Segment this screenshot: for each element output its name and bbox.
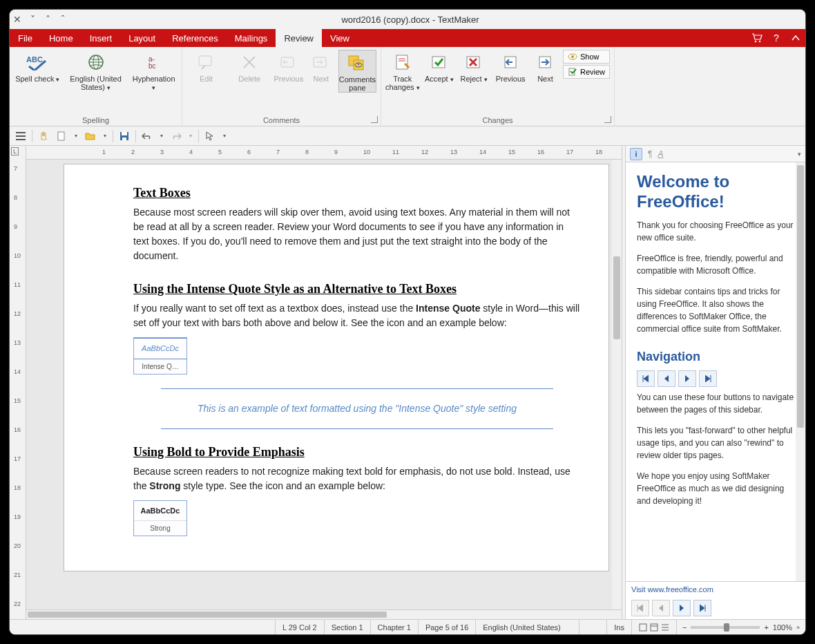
titlebar: ✕ ˅ ˄ ˆ word2016 (copy).docx - TextMaker bbox=[10, 10, 805, 29]
reject-button[interactable]: Reject ▾ bbox=[459, 50, 489, 83]
accept-button[interactable]: Accept ▾ bbox=[424, 50, 454, 83]
sidebar-tabs: i ¶ A ▾ bbox=[626, 146, 805, 162]
menu-insert[interactable]: Insert bbox=[82, 29, 121, 47]
sidebar-vscrollbar[interactable] bbox=[796, 162, 805, 581]
save-icon[interactable] bbox=[117, 129, 131, 143]
ribbon-group-comments: Edit Delete Previous Next Comments pane … bbox=[182, 47, 381, 126]
status-position[interactable]: L 29 Col 2 bbox=[276, 620, 325, 634]
hamburger-icon[interactable] bbox=[14, 129, 28, 143]
zoom-control[interactable]: − + 100% » bbox=[677, 623, 805, 632]
change-next-button[interactable]: Next bbox=[532, 50, 559, 83]
view-mode-icons[interactable] bbox=[632, 620, 677, 634]
menu-references[interactable]: References bbox=[164, 29, 226, 47]
char-tab-icon[interactable]: A bbox=[658, 149, 663, 159]
nav-last-icon[interactable] bbox=[693, 600, 711, 616]
comment-edit-button[interactable]: Edit bbox=[186, 50, 226, 83]
nav-next-icon[interactable] bbox=[673, 600, 691, 616]
doc-vscrollbar[interactable] bbox=[612, 160, 622, 609]
status-section[interactable]: Section 1 bbox=[325, 620, 371, 634]
track-changes-button[interactable]: Track changes ▾ bbox=[385, 50, 420, 91]
group-launcher-icon[interactable] bbox=[604, 116, 611, 123]
zoom-slider[interactable] bbox=[691, 626, 760, 629]
group-launcher-icon[interactable] bbox=[371, 116, 378, 123]
paragraph-tab-icon[interactable]: ¶ bbox=[648, 149, 652, 159]
new-doc-icon[interactable] bbox=[55, 129, 68, 143]
help-icon[interactable]: ? bbox=[767, 29, 786, 47]
comment-delete-button[interactable]: Delete bbox=[230, 50, 269, 83]
view-outline-icon[interactable] bbox=[661, 623, 669, 632]
accept-icon bbox=[428, 53, 450, 72]
document-area[interactable]: Text Boxes Because most screen readers w… bbox=[26, 160, 622, 609]
show-changes-button[interactable]: Show bbox=[563, 50, 610, 64]
svg-point-0 bbox=[755, 41, 756, 42]
spell-check-button[interactable]: ABC Spell check ▾ bbox=[14, 50, 61, 83]
comment-next-button[interactable]: Next bbox=[308, 50, 334, 83]
svg-text:bc: bc bbox=[148, 62, 156, 69]
svg-rect-29 bbox=[640, 624, 646, 631]
pointer-dropdown-icon[interactable]: ▾ bbox=[221, 129, 228, 143]
group-label: Comments bbox=[182, 116, 381, 124]
nav-next-icon[interactable] bbox=[678, 370, 696, 387]
nav-prev-icon[interactable] bbox=[652, 600, 670, 616]
body-text: Because screen readers to not recognize … bbox=[133, 464, 581, 493]
cart-icon[interactable] bbox=[747, 29, 767, 47]
zoom-more-icon[interactable]: » bbox=[796, 624, 800, 631]
nav-last-icon[interactable] bbox=[699, 370, 717, 387]
sidebar-text: This lets you "fast-forward" to other he… bbox=[637, 424, 794, 462]
menu-view[interactable]: View bbox=[322, 29, 358, 47]
sidebar-nav-heading: Navigation bbox=[637, 348, 794, 366]
hand-icon[interactable] bbox=[37, 129, 50, 143]
close-icon[interactable]: ✕ bbox=[10, 14, 25, 25]
comment-prev-button[interactable]: Previous bbox=[274, 50, 304, 83]
nav-prev-icon[interactable] bbox=[658, 370, 675, 387]
zoom-out-icon[interactable]: − bbox=[682, 623, 687, 632]
group-label: Spelling bbox=[10, 116, 182, 124]
language-button[interactable]: English (United States) ▾ bbox=[66, 50, 126, 91]
doc-hscrollbar[interactable] bbox=[26, 609, 622, 619]
menu-review[interactable]: Review bbox=[276, 29, 322, 47]
menu-home[interactable]: Home bbox=[41, 29, 82, 47]
redo-dropdown-icon[interactable]: ▾ bbox=[187, 129, 194, 143]
pointer-icon[interactable] bbox=[203, 129, 217, 143]
comments-pane-button[interactable]: Comments pane bbox=[338, 50, 376, 93]
reject-icon bbox=[463, 53, 485, 72]
ruler-unit-label[interactable]: L bbox=[11, 147, 19, 155]
undo-dropdown-icon[interactable]: ▾ bbox=[158, 129, 165, 143]
window-title: word2016 (copy).docx - TextMaker bbox=[70, 15, 750, 25]
change-prev-button[interactable]: Previous bbox=[493, 50, 528, 83]
review-changes-button[interactable]: Review bbox=[563, 65, 610, 79]
min-icon[interactable]: ˅ bbox=[25, 14, 40, 25]
menu-layout[interactable]: Layout bbox=[120, 29, 164, 47]
status-chapter[interactable]: Chapter 1 bbox=[371, 620, 419, 634]
sidebar-menu-icon[interactable]: ▾ bbox=[798, 151, 801, 158]
collapse-ribbon-icon[interactable] bbox=[786, 29, 805, 47]
ribbon-group-spelling: ABC Spell check ▾ English (United States… bbox=[10, 47, 182, 126]
next-icon bbox=[310, 53, 332, 72]
restore-icon[interactable]: ˆ bbox=[55, 14, 70, 25]
status-page[interactable]: Page 5 of 16 bbox=[419, 620, 476, 634]
view-master-icon[interactable] bbox=[650, 623, 658, 632]
status-ins[interactable]: Ins bbox=[607, 620, 632, 634]
max-icon[interactable]: ˄ bbox=[40, 14, 55, 25]
nav-first-icon[interactable] bbox=[631, 600, 649, 616]
hyphenation-button[interactable]: a-bc Hyphenation ▾ bbox=[130, 50, 178, 91]
status-language[interactable]: English (United States) bbox=[476, 620, 579, 634]
info-tab-icon[interactable]: i bbox=[630, 148, 642, 160]
horizontal-ruler[interactable]: 123456789101112131415161718 bbox=[26, 146, 622, 160]
redo-icon[interactable] bbox=[169, 129, 183, 143]
zoom-in-icon[interactable]: + bbox=[764, 623, 768, 632]
menu-file[interactable]: File bbox=[10, 29, 41, 47]
view-normal-icon[interactable] bbox=[639, 623, 647, 632]
sidebar-link[interactable]: Visit www.freeoffice.com bbox=[631, 585, 713, 594]
sidebar-footer-nav bbox=[626, 597, 805, 619]
menu-mailings[interactable]: Mailings bbox=[227, 29, 276, 47]
nav-first-icon[interactable] bbox=[637, 370, 655, 387]
prev-icon bbox=[499, 53, 521, 72]
sidebar-body: Welcome to FreeOffice! Thank you for cho… bbox=[626, 162, 805, 581]
new-dropdown-icon[interactable]: ▾ bbox=[73, 129, 79, 143]
open-dropdown-icon[interactable]: ▾ bbox=[102, 129, 108, 143]
undo-icon[interactable] bbox=[140, 129, 154, 143]
svg-rect-25 bbox=[58, 132, 64, 140]
zoom-value[interactable]: 100% bbox=[773, 623, 792, 632]
open-icon[interactable] bbox=[84, 129, 97, 143]
